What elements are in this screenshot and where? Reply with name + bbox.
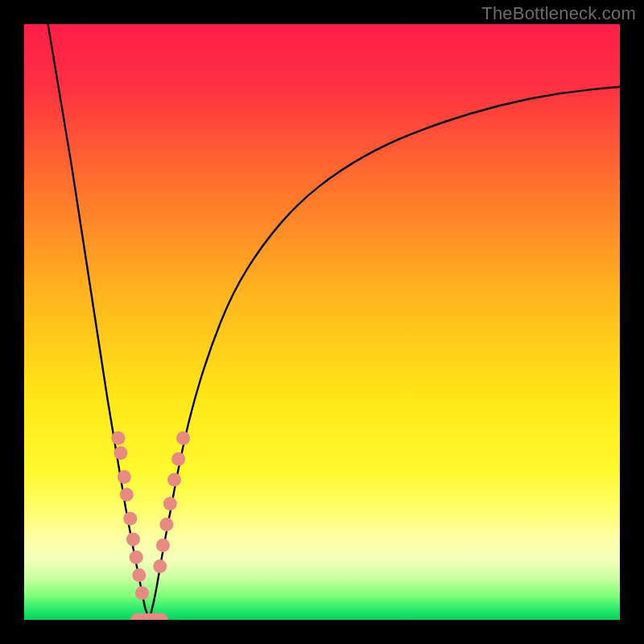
marker-dot <box>171 452 185 466</box>
marker-dot <box>135 586 149 600</box>
marker-dot <box>130 551 143 564</box>
marker-dot <box>114 446 127 460</box>
marker-dot <box>126 533 140 547</box>
marker-dot <box>176 431 190 445</box>
marker-dot <box>167 473 181 487</box>
marker-dot <box>132 568 146 582</box>
marker-dot <box>163 497 177 510</box>
marker-dot <box>123 512 137 526</box>
marker-dot <box>118 470 131 484</box>
marker-dot <box>153 559 167 573</box>
marker-dot <box>159 518 173 531</box>
watermark-text: TheBottleneck.com <box>481 3 636 24</box>
plot-area <box>24 24 620 620</box>
curve-markers <box>111 431 190 620</box>
chart-frame: TheBottleneck.com <box>0 0 644 644</box>
curve-path <box>48 24 620 620</box>
bottleneck-curve <box>24 24 620 620</box>
marker-dot <box>156 539 170 552</box>
marker-dot <box>120 488 134 502</box>
marker-dot <box>111 431 125 445</box>
